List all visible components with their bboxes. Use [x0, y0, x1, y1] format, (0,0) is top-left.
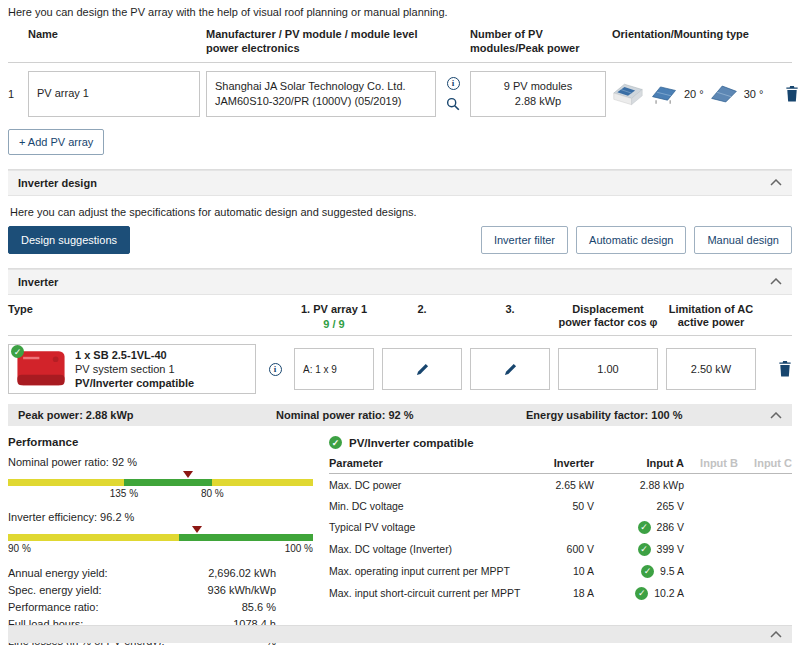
- gauge-marker-icon: [183, 471, 193, 478]
- stat-row: Performance ratio: 85.6 %: [8, 598, 313, 615]
- chevron-up-icon[interactable]: [770, 412, 782, 419]
- gauge-tick: 90 %: [8, 543, 31, 554]
- stat-value: 85.6 %: [180, 601, 276, 613]
- col-header-pv-array-1: 1. PV array 1: [294, 303, 374, 317]
- inverter-value: 2.65 kW: [536, 479, 594, 491]
- compatibility-title: PV/Inverter compatible: [349, 437, 474, 449]
- param-name: Max. input short-circuit current per MPP…: [329, 587, 530, 599]
- pv-array-name: PV array 1: [37, 86, 191, 101]
- col-header-orientation: Orientation/Mounting type: [612, 28, 756, 42]
- inverter-type-card[interactable]: 1 x SB 2.5-1VL-40 PV system section 1 PV…: [8, 344, 256, 394]
- module-info-icon[interactable]: [447, 77, 460, 90]
- inverter-value: 50 V: [536, 500, 594, 512]
- inverter-design-section-header[interactable]: Inverter design: [8, 170, 792, 196]
- pv-module-field[interactable]: Shanghai JA Solar Technology Co. Ltd. JA…: [206, 71, 436, 117]
- peak-power-summary: Peak power: 2.88 kWp: [18, 409, 276, 421]
- gauge-tick: 100 %: [285, 543, 313, 554]
- param-name: Max. operating input current per MPPT: [329, 565, 530, 577]
- ac-power-limit-value: 2.50 kW: [691, 363, 731, 375]
- input-a-value: 286 V: [657, 521, 684, 533]
- assignment-value: A: 1 x 9: [303, 364, 337, 375]
- ac-power-limit-field[interactable]: 2.50 kW: [666, 348, 756, 390]
- tilted-panel-icon[interactable]: [649, 83, 679, 105]
- input-a-value: 9.5 A: [660, 565, 684, 577]
- compatibility-panel: PV/Inverter compatible Parameter Inverte…: [329, 436, 792, 645]
- module-manufacturer: Shanghai JA Solar Technology Co. Ltd.: [215, 79, 427, 94]
- modules-peak-power-field[interactable]: 9 PV modules 2.88 kWp: [470, 71, 606, 117]
- col-header-name: Name: [28, 28, 200, 42]
- col-header-input-a: Input A: [600, 457, 684, 469]
- chevron-up-icon[interactable]: [770, 179, 782, 186]
- edit-input-2-button[interactable]: [382, 348, 462, 390]
- inverter-design-description: Here you can adjust the specifications f…: [10, 206, 790, 218]
- performance-title: Performance: [8, 436, 313, 448]
- performance-panel: Performance Nominal power ratio: 92 % 13…: [8, 436, 313, 645]
- module-search-icon[interactable]: [446, 97, 460, 111]
- inverter-value: 600 V: [536, 543, 594, 555]
- inverter-filter-button[interactable]: Inverter filter: [481, 226, 568, 254]
- inverter-summary-bar[interactable]: Peak power: 2.88 kWp Nominal power ratio…: [8, 404, 792, 426]
- module-count: 9 PV modules: [504, 79, 572, 94]
- col-header-2: 2.: [382, 303, 462, 317]
- inverter-info-icon[interactable]: [269, 363, 282, 376]
- check-icon: [329, 436, 342, 449]
- param-name: Min. DC voltage: [329, 500, 530, 512]
- inverter-value: 10 A: [536, 565, 594, 577]
- next-section-collapsed-bar[interactable]: [8, 625, 792, 643]
- inverter-details: Performance Nominal power ratio: 92 % 13…: [8, 436, 792, 645]
- input-a-value: 265 V: [657, 500, 684, 512]
- col-header-input-c: Input C: [744, 457, 792, 469]
- col-header-parameter: Parameter: [329, 457, 530, 469]
- row-index: 1: [8, 88, 22, 100]
- compat-row: Max. operating input current per MPPT 10…: [329, 560, 792, 582]
- stat-row: Annual energy yield: 2,696.02 kWh: [8, 564, 313, 581]
- check-icon: [641, 565, 654, 578]
- gauge-tick: 135 %: [110, 488, 138, 499]
- inverter-image: [15, 349, 67, 389]
- manual-design-button[interactable]: Manual design: [694, 226, 792, 254]
- compat-table-header: Parameter Inverter Input A Input B Input…: [329, 457, 792, 474]
- gauge-marker-icon: [192, 526, 202, 533]
- nominal-power-ratio-label: Nominal power ratio: 92 %: [8, 456, 313, 468]
- inverter-efficiency-gauge: 90 % 100 %: [8, 525, 313, 558]
- house-roof-icon[interactable]: [612, 82, 644, 106]
- chevron-up-icon[interactable]: [770, 631, 782, 638]
- col-header-cos-phi: Displacement power factor cos φ: [558, 303, 658, 331]
- compatibility-status: PV/Inverter compatible: [75, 376, 194, 390]
- inverter-model: 1 x SB 2.5-1VL-40: [75, 348, 194, 362]
- add-pv-array-button[interactable]: + Add PV array: [8, 129, 104, 155]
- gauge-tick: 80 %: [201, 488, 224, 499]
- stat-value: 936 kWh/kWp: [180, 584, 276, 596]
- energy-usability-summary: Energy usability factor: 100 %: [526, 409, 770, 421]
- stat-label: Performance ratio:: [8, 601, 180, 613]
- inverter-design-title: Inverter design: [18, 177, 97, 189]
- pv-system-section: PV system section 1: [75, 362, 194, 376]
- param-name: Typical PV voltage: [329, 521, 530, 533]
- tilted-panel-icon-2[interactable]: [709, 83, 739, 105]
- edit-input-3-button[interactable]: [470, 348, 550, 390]
- delete-pv-array-icon[interactable]: [785, 86, 799, 102]
- col-header-input-b: Input B: [690, 457, 738, 469]
- delete-inverter-icon[interactable]: [778, 361, 792, 377]
- inverter-section-header[interactable]: Inverter: [8, 269, 792, 295]
- inverter-efficiency-label: Inverter efficiency: 96.2 %: [8, 511, 313, 523]
- check-icon: [638, 543, 651, 556]
- col-header-modules: Number of PV modules/Peak power: [470, 28, 606, 56]
- input-assignment-field[interactable]: A: 1 x 9: [294, 348, 374, 390]
- chevron-up-icon[interactable]: [770, 278, 782, 285]
- nominal-power-ratio-gauge: 135 % 80 %: [8, 470, 313, 503]
- compat-row: Max. input short-circuit current per MPP…: [329, 582, 792, 604]
- pv-array-row: 1 PV array 1 Shanghai JA Solar Technolog…: [8, 71, 792, 117]
- cos-phi-field[interactable]: 1.00: [558, 348, 658, 390]
- inverter-design-actions: Design suggestions Inverter filter Autom…: [8, 226, 792, 254]
- design-suggestions-button[interactable]: Design suggestions: [8, 226, 130, 254]
- col-header-inverter: Inverter: [536, 457, 594, 469]
- tilt-angle-2: 30 °: [744, 88, 764, 100]
- pv-array-name-field[interactable]: PV array 1: [28, 71, 200, 117]
- orientation-mounting-cell: 20 ° 30 °: [612, 71, 763, 117]
- param-name: Max. DC voltage (Inverter): [329, 543, 530, 555]
- pencil-icon: [504, 363, 517, 376]
- check-icon: [638, 521, 651, 534]
- param-name: Max. DC power: [329, 479, 530, 491]
- automatic-design-button[interactable]: Automatic design: [576, 226, 686, 254]
